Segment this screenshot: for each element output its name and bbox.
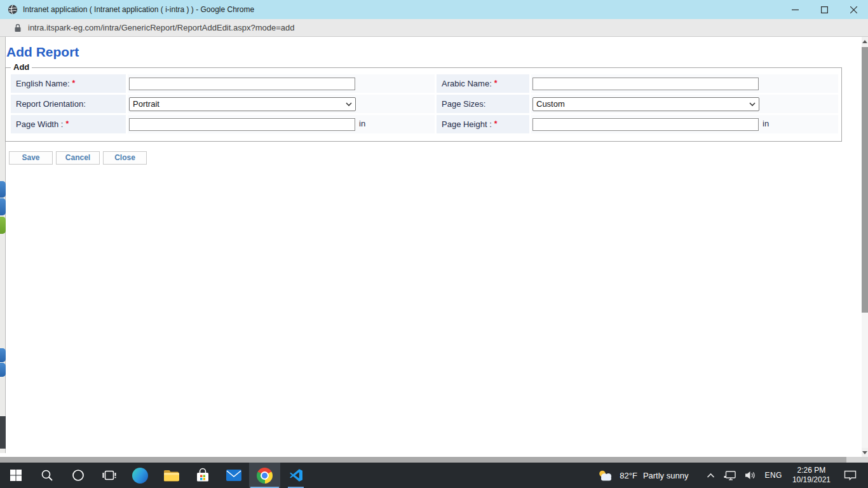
arabic-name-label-cell: Arabic Name:* bbox=[437, 74, 529, 93]
microsoft-store-icon bbox=[195, 468, 210, 483]
address-bar[interactable]: intra.itspark-eg.com/intra/GenericReport… bbox=[0, 19, 868, 37]
search-icon bbox=[41, 469, 53, 482]
page-sizes-select[interactable]: Custom bbox=[532, 97, 759, 111]
edge-button[interactable] bbox=[125, 463, 156, 488]
page-title: Add Report bbox=[6, 44, 79, 60]
english-name-label-cell: English Name:* bbox=[11, 74, 126, 93]
task-view-button[interactable] bbox=[93, 463, 125, 488]
page-sizes-field-cell: Custom bbox=[531, 95, 838, 113]
vscode-button[interactable] bbox=[280, 463, 311, 488]
weather-condition: Partly sunny bbox=[643, 471, 689, 480]
window-title: Intranet application ( Intranet applicat… bbox=[23, 5, 254, 14]
vertical-scrollbar[interactable] bbox=[862, 37, 868, 457]
tray-overflow-button[interactable] bbox=[702, 463, 719, 488]
volume-tray-button[interactable] bbox=[740, 463, 760, 488]
side-tab-stub[interactable] bbox=[0, 181, 6, 198]
cortana-icon bbox=[72, 469, 85, 482]
cortana-button[interactable] bbox=[62, 463, 93, 488]
microsoft-store-button[interactable] bbox=[187, 463, 218, 488]
fieldset-legend: Add bbox=[11, 62, 32, 72]
english-name-label: English Name: bbox=[16, 79, 70, 88]
network-icon bbox=[724, 471, 736, 480]
scroll-down-button[interactable] bbox=[862, 448, 868, 457]
minimize-button[interactable] bbox=[780, 0, 810, 19]
chevron-down-icon bbox=[346, 102, 352, 106]
english-name-field-cell bbox=[128, 74, 435, 93]
window-titlebar: Intranet application ( Intranet applicat… bbox=[0, 0, 868, 19]
scroll-up-button[interactable] bbox=[862, 37, 868, 46]
maximize-button[interactable] bbox=[810, 0, 839, 19]
report-orientation-field-cell: Portrait bbox=[128, 95, 435, 113]
add-fieldset: Add English Name:* Arabic Name:* bbox=[5, 67, 842, 142]
taskbar: 82°F Partly sunny bbox=[0, 463, 868, 488]
network-tray-button[interactable] bbox=[719, 463, 740, 488]
page-height-field-cell: in bbox=[531, 115, 838, 133]
globe-favicon-icon bbox=[8, 4, 18, 15]
clock-time: 2:26 PM bbox=[797, 466, 826, 475]
taskbar-tray: 82°F Partly sunny bbox=[597, 463, 868, 488]
report-orientation-label: Report Orientation: bbox=[16, 99, 86, 109]
windows-start-icon bbox=[10, 469, 22, 482]
arabic-name-field-cell bbox=[531, 74, 838, 93]
report-orientation-select[interactable]: Portrait bbox=[129, 97, 356, 111]
report-orientation-label-cell: Report Orientation: bbox=[11, 95, 126, 113]
page-width-field-cell: in bbox=[128, 115, 435, 133]
chrome-taskbar-button[interactable] bbox=[249, 463, 280, 488]
page-height-input[interactable] bbox=[532, 118, 759, 131]
form-actions: Save Cancel Close bbox=[9, 151, 147, 165]
page-sizes-label: Page Sizes: bbox=[442, 99, 485, 109]
page-sizes-value: Custom bbox=[536, 99, 749, 109]
page-width-label: Page Width : bbox=[16, 119, 63, 129]
page-width-input[interactable] bbox=[129, 118, 355, 131]
minimize-icon bbox=[792, 6, 799, 13]
close-button[interactable]: Close bbox=[103, 151, 147, 165]
file-explorer-icon bbox=[163, 468, 180, 482]
action-center-button[interactable] bbox=[836, 463, 864, 488]
form-row-selects: Report Orientation: Portrait Page Sizes: bbox=[11, 95, 838, 113]
lock-icon[interactable] bbox=[14, 24, 22, 32]
edge-icon bbox=[132, 468, 148, 484]
vertical-scroll-thumb[interactable] bbox=[862, 47, 868, 313]
speaker-icon bbox=[745, 471, 756, 480]
page-height-label-cell: Page Height :* bbox=[437, 115, 529, 133]
close-icon bbox=[850, 6, 857, 13]
save-button[interactable]: Save bbox=[9, 151, 53, 165]
side-tab-stub[interactable] bbox=[0, 363, 6, 377]
page-sizes-label-cell: Page Sizes: bbox=[437, 95, 529, 113]
required-mark: * bbox=[72, 79, 76, 88]
side-tab-stub[interactable] bbox=[0, 416, 6, 449]
side-tab-stub[interactable] bbox=[0, 217, 6, 234]
form-row-dimensions: Page Width :* in Page Height :* in bbox=[11, 115, 838, 133]
mail-button[interactable] bbox=[218, 463, 249, 488]
taskbar-search-button[interactable] bbox=[31, 463, 62, 488]
visual-studio-code-icon bbox=[288, 468, 304, 483]
partly-sunny-icon bbox=[597, 470, 614, 482]
page-width-unit: in bbox=[359, 119, 365, 128]
page-height-unit: in bbox=[763, 119, 769, 128]
side-tab-stub[interactable] bbox=[0, 198, 6, 215]
language-indicator[interactable]: ENG bbox=[760, 463, 787, 488]
taskbar-apps bbox=[0, 463, 311, 488]
file-explorer-button[interactable] bbox=[156, 463, 187, 488]
horizontal-scrollbar[interactable] bbox=[0, 457, 868, 463]
taskbar-clock[interactable]: 2:26 PM 10/19/2021 bbox=[787, 466, 836, 485]
clock-date: 10/19/2021 bbox=[792, 475, 831, 485]
weather-widget[interactable]: 82°F Partly sunny bbox=[597, 470, 688, 482]
scroll-up-icon bbox=[862, 40, 867, 43]
arabic-name-input[interactable] bbox=[532, 78, 759, 90]
report-orientation-value: Portrait bbox=[133, 99, 346, 109]
side-tab-stub[interactable] bbox=[0, 348, 6, 362]
arabic-name-label: Arabic Name: bbox=[442, 79, 492, 88]
cancel-button[interactable]: Cancel bbox=[56, 151, 100, 165]
add-form-table: English Name:* Arabic Name:* Report Orie… bbox=[9, 72, 840, 135]
required-mark: * bbox=[494, 119, 498, 128]
maximize-icon bbox=[821, 6, 828, 13]
start-button[interactable] bbox=[0, 463, 31, 488]
chevron-down-icon bbox=[749, 102, 756, 106]
desktop: Intranet application ( Intranet applicat… bbox=[0, 0, 868, 488]
english-name-input[interactable] bbox=[129, 78, 355, 90]
close-window-button[interactable] bbox=[839, 0, 868, 19]
horizontal-scroll-thumb[interactable] bbox=[0, 457, 846, 463]
required-mark: * bbox=[494, 79, 498, 88]
chevron-up-icon bbox=[707, 473, 715, 478]
